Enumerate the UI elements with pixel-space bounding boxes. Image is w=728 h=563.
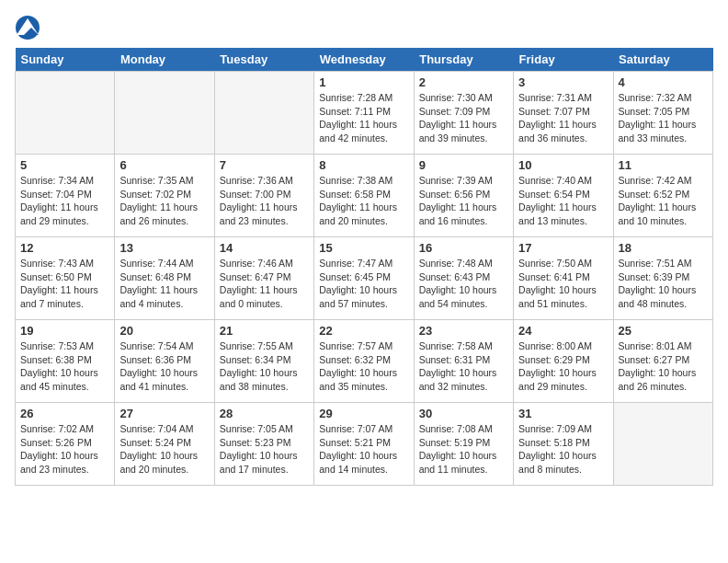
calendar-day-cell: 8Sunrise: 7:38 AM Sunset: 6:58 PM Daylig… <box>314 155 414 237</box>
calendar-day-cell: 23Sunrise: 7:58 AM Sunset: 6:31 PM Dayli… <box>414 320 513 403</box>
calendar-day-cell: 25Sunrise: 8:01 AM Sunset: 6:27 PM Dayli… <box>613 320 712 403</box>
day-info: Sunrise: 7:08 AM Sunset: 5:19 PM Dayligh… <box>419 422 508 477</box>
day-of-week-header: Friday <box>514 48 613 72</box>
day-info: Sunrise: 7:44 AM Sunset: 6:48 PM Dayligh… <box>119 257 209 311</box>
day-info: Sunrise: 7:55 AM Sunset: 6:34 PM Dayligh… <box>220 339 309 394</box>
calendar-day-cell: 12Sunrise: 7:43 AM Sunset: 6:50 PM Dayli… <box>16 237 115 320</box>
calendar-day-cell: 20Sunrise: 7:54 AM Sunset: 6:36 PM Dayli… <box>115 320 214 403</box>
day-number: 8 <box>319 158 408 172</box>
calendar-day-cell: 28Sunrise: 7:05 AM Sunset: 5:23 PM Dayli… <box>214 403 313 486</box>
day-info: Sunrise: 7:31 AM Sunset: 7:07 PM Dayligh… <box>518 91 608 145</box>
calendar-day-cell: 15Sunrise: 7:47 AM Sunset: 6:45 PM Dayli… <box>314 237 414 320</box>
calendar-header-row: SundayMondayTuesdayWednesdayThursdayFrid… <box>16 48 713 72</box>
day-of-week-header: Monday <box>115 48 214 72</box>
day-number: 6 <box>119 158 209 172</box>
calendar-day-cell: 17Sunrise: 7:50 AM Sunset: 6:41 PM Dayli… <box>514 237 613 320</box>
calendar-day-cell: 13Sunrise: 7:44 AM Sunset: 6:48 PM Dayli… <box>115 237 214 320</box>
day-number: 26 <box>20 407 109 420</box>
calendar-day-cell: 31Sunrise: 7:09 AM Sunset: 5:18 PM Dayli… <box>514 403 613 486</box>
calendar-day-cell: 10Sunrise: 7:40 AM Sunset: 6:54 PM Dayli… <box>514 155 613 237</box>
day-of-week-header: Sunday <box>16 48 115 72</box>
day-number: 9 <box>419 158 508 172</box>
day-info: Sunrise: 7:57 AM Sunset: 6:32 PM Dayligh… <box>319 339 408 394</box>
calendar-day-cell: 19Sunrise: 7:53 AM Sunset: 6:38 PM Dayli… <box>16 320 115 403</box>
day-info: Sunrise: 7:36 AM Sunset: 7:00 PM Dayligh… <box>220 174 309 228</box>
calendar-day-cell: 26Sunrise: 7:02 AM Sunset: 5:26 PM Dayli… <box>16 403 115 486</box>
day-number: 13 <box>119 241 209 255</box>
day-info: Sunrise: 7:05 AM Sunset: 5:23 PM Dayligh… <box>220 422 309 477</box>
calendar-day-cell: 27Sunrise: 7:04 AM Sunset: 5:24 PM Dayli… <box>115 403 214 486</box>
day-number: 15 <box>319 241 408 255</box>
day-number: 10 <box>518 158 608 172</box>
calendar-week-row: 26Sunrise: 7:02 AM Sunset: 5:26 PM Dayli… <box>16 403 713 486</box>
day-info: Sunrise: 7:34 AM Sunset: 7:04 PM Dayligh… <box>20 174 109 228</box>
day-info: Sunrise: 7:54 AM Sunset: 6:36 PM Dayligh… <box>119 339 209 394</box>
logo <box>15 15 44 40</box>
calendar-day-cell: 22Sunrise: 7:57 AM Sunset: 6:32 PM Dayli… <box>314 320 414 403</box>
calendar-table: SundayMondayTuesdayWednesdayThursdayFrid… <box>15 48 713 486</box>
day-number: 2 <box>419 75 508 89</box>
calendar-day-cell <box>115 72 214 155</box>
day-of-week-header: Tuesday <box>214 48 313 72</box>
day-info: Sunrise: 7:35 AM Sunset: 7:02 PM Dayligh… <box>119 174 209 228</box>
day-info: Sunrise: 7:02 AM Sunset: 5:26 PM Dayligh… <box>20 422 109 477</box>
day-info: Sunrise: 7:39 AM Sunset: 6:56 PM Dayligh… <box>419 174 508 228</box>
day-number: 16 <box>419 241 508 255</box>
calendar-day-cell: 30Sunrise: 7:08 AM Sunset: 5:19 PM Dayli… <box>414 403 513 486</box>
day-number: 25 <box>619 324 708 338</box>
calendar-day-cell <box>16 72 115 155</box>
calendar-day-cell: 24Sunrise: 8:00 AM Sunset: 6:29 PM Dayli… <box>514 320 613 403</box>
calendar-day-cell: 16Sunrise: 7:48 AM Sunset: 6:43 PM Dayli… <box>414 237 513 320</box>
day-info: Sunrise: 7:09 AM Sunset: 5:18 PM Dayligh… <box>518 422 608 477</box>
day-info: Sunrise: 7:04 AM Sunset: 5:24 PM Dayligh… <box>119 422 209 477</box>
calendar-week-row: 5Sunrise: 7:34 AM Sunset: 7:04 PM Daylig… <box>16 155 713 237</box>
calendar-day-cell: 14Sunrise: 7:46 AM Sunset: 6:47 PM Dayli… <box>214 237 313 320</box>
day-number: 31 <box>518 407 608 420</box>
day-number: 4 <box>619 75 708 89</box>
day-number: 28 <box>220 407 309 420</box>
calendar-day-cell: 9Sunrise: 7:39 AM Sunset: 6:56 PM Daylig… <box>414 155 513 237</box>
day-info: Sunrise: 7:58 AM Sunset: 6:31 PM Dayligh… <box>419 339 508 394</box>
day-info: Sunrise: 7:30 AM Sunset: 7:09 PM Dayligh… <box>419 91 508 145</box>
day-number: 18 <box>619 241 708 255</box>
day-info: Sunrise: 7:47 AM Sunset: 6:45 PM Dayligh… <box>319 257 408 311</box>
day-info: Sunrise: 7:53 AM Sunset: 6:38 PM Dayligh… <box>20 339 109 394</box>
day-number: 17 <box>518 241 608 255</box>
day-info: Sunrise: 7:38 AM Sunset: 6:58 PM Dayligh… <box>319 174 408 228</box>
calendar-day-cell: 4Sunrise: 7:32 AM Sunset: 7:05 PM Daylig… <box>613 72 712 155</box>
day-info: Sunrise: 7:50 AM Sunset: 6:41 PM Dayligh… <box>518 257 608 311</box>
day-info: Sunrise: 7:48 AM Sunset: 6:43 PM Dayligh… <box>419 257 508 311</box>
day-info: Sunrise: 7:42 AM Sunset: 6:52 PM Dayligh… <box>619 174 708 228</box>
day-number: 22 <box>319 324 408 338</box>
day-number: 12 <box>20 241 109 255</box>
calendar-week-row: 19Sunrise: 7:53 AM Sunset: 6:38 PM Dayli… <box>16 320 713 403</box>
calendar-day-cell: 21Sunrise: 7:55 AM Sunset: 6:34 PM Dayli… <box>214 320 313 403</box>
day-number: 1 <box>319 75 408 89</box>
day-number: 5 <box>20 158 109 172</box>
day-of-week-header: Thursday <box>414 48 513 72</box>
day-number: 20 <box>119 324 209 338</box>
day-number: 30 <box>419 407 508 420</box>
day-info: Sunrise: 8:01 AM Sunset: 6:27 PM Dayligh… <box>619 339 708 394</box>
calendar-week-row: 1Sunrise: 7:28 AM Sunset: 7:11 PM Daylig… <box>16 72 713 155</box>
day-of-week-header: Saturday <box>613 48 712 72</box>
calendar-week-row: 12Sunrise: 7:43 AM Sunset: 6:50 PM Dayli… <box>16 237 713 320</box>
day-info: Sunrise: 7:46 AM Sunset: 6:47 PM Dayligh… <box>220 257 309 311</box>
day-info: Sunrise: 8:00 AM Sunset: 6:29 PM Dayligh… <box>518 339 608 394</box>
calendar-day-cell: 5Sunrise: 7:34 AM Sunset: 7:04 PM Daylig… <box>16 155 115 237</box>
logo-icon <box>15 15 40 40</box>
day-number: 21 <box>220 324 309 338</box>
calendar-day-cell: 1Sunrise: 7:28 AM Sunset: 7:11 PM Daylig… <box>314 72 414 155</box>
day-number: 14 <box>220 241 309 255</box>
day-number: 7 <box>220 158 309 172</box>
day-info: Sunrise: 7:51 AM Sunset: 6:39 PM Dayligh… <box>619 257 708 311</box>
day-info: Sunrise: 7:40 AM Sunset: 6:54 PM Dayligh… <box>518 174 608 228</box>
day-number: 24 <box>518 324 608 338</box>
calendar-day-cell: 29Sunrise: 7:07 AM Sunset: 5:21 PM Dayli… <box>314 403 414 486</box>
day-info: Sunrise: 7:07 AM Sunset: 5:21 PM Dayligh… <box>319 422 408 477</box>
page-header <box>15 15 713 40</box>
day-info: Sunrise: 7:32 AM Sunset: 7:05 PM Dayligh… <box>619 91 708 145</box>
calendar-day-cell: 18Sunrise: 7:51 AM Sunset: 6:39 PM Dayli… <box>613 237 712 320</box>
calendar-day-cell: 3Sunrise: 7:31 AM Sunset: 7:07 PM Daylig… <box>514 72 613 155</box>
day-number: 23 <box>419 324 508 338</box>
